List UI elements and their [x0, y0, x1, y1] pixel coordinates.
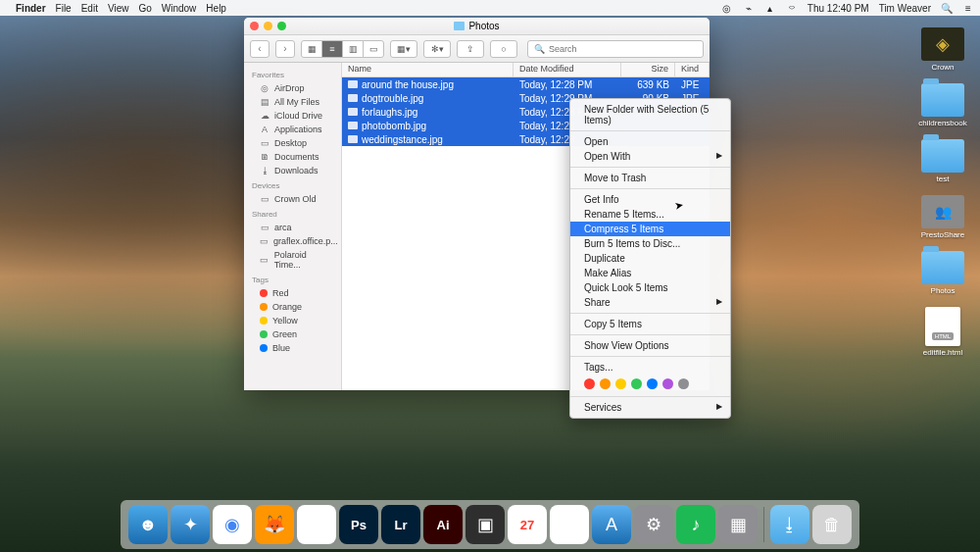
notification-center-icon[interactable]: ≡: [962, 2, 974, 14]
sidebar-item[interactable]: 🗎Documents: [244, 150, 341, 164]
col-kind[interactable]: Kind: [675, 63, 710, 76]
col-date[interactable]: Date Modified: [514, 63, 621, 76]
menubar-user[interactable]: Tim Weaver: [879, 3, 931, 14]
tags-button[interactable]: ○: [490, 40, 517, 58]
file-row[interactable]: around the house.jpgToday, 12:28 PM639 K…: [342, 77, 710, 91]
dock-app-sysprefs[interactable]: ⚙: [634, 505, 673, 544]
forward-button[interactable]: ›: [275, 40, 295, 58]
status-icon[interactable]: ◎: [721, 2, 733, 14]
sidebar-item[interactable]: ▭Polaroid Time...: [244, 248, 341, 272]
menubar-clock[interactable]: Thu 12:40 PM: [808, 3, 869, 14]
menu-go[interactable]: Go: [138, 3, 151, 14]
sidebar-item[interactable]: Yellow: [244, 314, 341, 327]
col-name[interactable]: Name: [342, 63, 514, 76]
desktop-item[interactable]: 👥PrestoShare: [913, 195, 972, 239]
wifi-icon[interactable]: ⌔: [786, 2, 798, 14]
sidebar-item[interactable]: Orange: [244, 300, 341, 314]
search-field[interactable]: 🔍: [527, 40, 704, 58]
zoom-button[interactable]: [277, 22, 286, 30]
tag-color-icon[interactable]: [600, 378, 611, 389]
context-menu-item[interactable]: Make Alias: [570, 266, 730, 280]
dock-app-preview[interactable]: ▦: [718, 505, 758, 544]
desktop-item[interactable]: test: [913, 139, 972, 183]
sidebar-item[interactable]: Blue: [244, 341, 341, 355]
dock-app-appstore[interactable]: A: [592, 505, 631, 544]
context-menu-item[interactable]: Rename 5 Items...: [570, 207, 730, 222]
sidebar-item[interactable]: ▭arca: [244, 221, 341, 234]
dock-app-brackets[interactable]: ▣: [466, 505, 505, 544]
context-menu-item[interactable]: Share▶: [570, 295, 730, 310]
sidebar-item[interactable]: ⭳Downloads: [244, 164, 341, 177]
dock-app-mail[interactable]: ✉: [297, 505, 336, 544]
context-menu-item[interactable]: Services▶: [570, 400, 730, 415]
dock-app-firefox[interactable]: 🦊: [255, 505, 294, 544]
dock-divider: [763, 507, 764, 542]
sidebar-item[interactable]: ▤All My Files: [244, 95, 341, 109]
desktop-item[interactable]: HTMLeditfile.html: [913, 307, 972, 357]
menu-edit[interactable]: Edit: [81, 3, 98, 14]
sidebar-item[interactable]: ☁iCloud Drive: [244, 109, 341, 123]
context-menu-item[interactable]: Duplicate: [570, 251, 730, 266]
window-titlebar[interactable]: Photos: [244, 18, 710, 35]
dock-app-calendar[interactable]: 27: [508, 505, 547, 544]
col-size[interactable]: Size: [621, 63, 675, 76]
menu-help[interactable]: Help: [206, 3, 226, 14]
tag-color-icon[interactable]: [615, 378, 626, 389]
context-menu-item[interactable]: Quick Look 5 Items: [570, 280, 730, 295]
sidebar-item[interactable]: Green: [244, 327, 341, 341]
close-button[interactable]: [250, 22, 259, 30]
spotlight-icon[interactable]: 🔍: [941, 2, 953, 14]
context-menu-item[interactable]: Tags...: [570, 360, 730, 375]
dock-app-chrome[interactable]: ◉: [213, 505, 252, 544]
dock-app-photoshop[interactable]: Ps: [339, 505, 378, 544]
desktop-item[interactable]: Photos: [913, 251, 972, 295]
context-menu-item[interactable]: Open With▶: [570, 149, 730, 164]
sidebar-item[interactable]: Red: [244, 286, 341, 300]
menu-view[interactable]: View: [108, 3, 129, 14]
share-button[interactable]: ⇪: [457, 40, 484, 58]
sidebar-item[interactable]: AApplications: [244, 123, 341, 136]
dock-app-trash[interactable]: 🗑: [812, 505, 852, 544]
context-menu-item[interactable]: Get Info: [570, 192, 730, 207]
tag-color-icon[interactable]: [631, 378, 642, 389]
sidebar-item[interactable]: ▭graflex.office.p...: [244, 234, 341, 248]
sidebar-item[interactable]: ◎AirDrop: [244, 81, 341, 95]
dock-app-lightroom[interactable]: Lr: [381, 505, 420, 544]
dock-app-safari[interactable]: ✦: [171, 505, 210, 544]
dock-app-illustrator[interactable]: Ai: [423, 505, 463, 544]
search-input[interactable]: [549, 44, 697, 54]
menu-window[interactable]: Window: [162, 3, 197, 14]
column-view-button[interactable]: ▥: [342, 40, 364, 58]
context-menu-item[interactable]: Burn 5 Items to Disc...: [570, 236, 730, 251]
tag-color-icon[interactable]: [678, 378, 689, 389]
arrange-button[interactable]: ▦▾: [390, 40, 417, 58]
dock-app-downloads[interactable]: ⭳: [770, 505, 809, 544]
tag-color-icon[interactable]: [647, 378, 658, 389]
list-view-button[interactable]: ≡: [321, 40, 343, 58]
sidebar-item[interactable]: ▭Crown Old: [244, 192, 341, 206]
column-headers[interactable]: Name Date Modified Size Kind: [342, 63, 710, 77]
dock-app-finder[interactable]: ☻: [128, 505, 168, 544]
icon-view-button[interactable]: ▦: [301, 40, 322, 58]
tag-color-icon[interactable]: [584, 378, 595, 389]
dock-app-notes[interactable]: ≡: [550, 505, 589, 544]
desktop-item[interactable]: ◈Crown: [913, 27, 972, 72]
dock-app-spotify[interactable]: ♪: [676, 505, 715, 544]
sidebar-item[interactable]: ▭Desktop: [244, 136, 341, 150]
airplay-icon[interactable]: ▴: [764, 2, 776, 14]
minimize-button[interactable]: [264, 22, 272, 30]
bluetooth-icon[interactable]: ⌁: [743, 2, 755, 14]
menu-file[interactable]: File: [56, 3, 72, 14]
context-menu-item[interactable]: Move to Trash: [570, 171, 730, 185]
context-menu-item[interactable]: Open: [570, 134, 730, 149]
app-menu[interactable]: Finder: [16, 3, 46, 14]
context-menu-item[interactable]: Copy 5 Items: [570, 317, 730, 331]
context-menu-item[interactable]: New Folder with Selection (5 Items): [570, 102, 730, 127]
action-menu-button[interactable]: ✻▾: [423, 40, 451, 58]
context-menu-item[interactable]: Compress 5 Items: [570, 222, 730, 236]
back-button[interactable]: ‹: [250, 40, 270, 58]
context-menu-item[interactable]: Show View Options: [570, 338, 730, 353]
coverflow-view-button[interactable]: ▭: [363, 40, 384, 58]
desktop-item[interactable]: childrensbook: [913, 83, 972, 127]
tag-color-icon[interactable]: [662, 378, 673, 389]
